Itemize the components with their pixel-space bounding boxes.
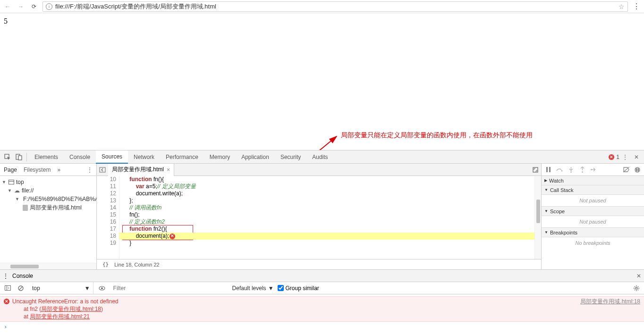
group-similar-checkbox[interactable]: Group similar [278, 285, 319, 292]
sources-main: 局部变量作用域.html × 10111213141516171819 func… [97, 164, 541, 269]
step-over-button[interactable] [555, 165, 564, 175]
editor-status-bar: {} Line 18, Column 22 [97, 259, 541, 269]
context-selector[interactable]: top▼ [29, 282, 93, 294]
console-sidebar-toggle[interactable] [3, 284, 12, 293]
console-close-button[interactable]: ✕ [636, 273, 641, 279]
browser-menu-button[interactable]: ⋮ [632, 2, 641, 11]
clear-console-button[interactable] [16, 284, 25, 293]
page-output: 5 [4, 17, 640, 25]
sidebar-hscrollbar[interactable] [0, 263, 96, 269]
deactivate-breakpoints-button[interactable] [621, 165, 631, 175]
file-tab-active[interactable]: 局部变量作用域.html × [108, 164, 174, 176]
console-settings-button[interactable] [632, 284, 641, 293]
code-line-13: }; [119, 197, 534, 204]
line-gutter: 10111213141516171819 [97, 176, 119, 259]
error-count-number: 1 [616, 154, 619, 160]
log-levels-selector[interactable]: Default levels ▼ [232, 285, 274, 292]
devtools-tab-security[interactable]: Security [275, 150, 306, 164]
callstack-header[interactable]: ▼Call Stack [542, 185, 644, 195]
console-title: Console [12, 273, 33, 279]
console-filter-input[interactable] [110, 284, 229, 292]
sources-panel: Page Filesystem » ⋮ ▼top ▼☁file:// ▼F:/%… [0, 164, 644, 269]
pause-on-exceptions-button[interactable] [633, 165, 642, 175]
devtools-tab-network[interactable]: Network [128, 150, 160, 164]
devtools-tab-console[interactable]: Console [64, 150, 96, 164]
svg-point-22 [636, 287, 637, 289]
error-count[interactable]: ✕ 1 [609, 154, 619, 160]
devtools-close-button[interactable]: ✕ [631, 151, 642, 163]
scope-body: Not paused [542, 216, 644, 228]
svg-rect-6 [546, 167, 548, 172]
file-icon [23, 205, 28, 211]
live-expression-button[interactable] [97, 284, 107, 293]
cursor-position: Line 18, Column 22 [114, 262, 159, 267]
back-button[interactable]: ← [3, 2, 12, 11]
sidebar-tab-filesystem[interactable]: Filesystem [24, 167, 51, 173]
address-bar[interactable]: i file:///F:/前端/JavaScript/变量的作用域/局部变量作用… [42, 1, 628, 12]
code-editor[interactable]: 10111213141516171819 function fn(){ var … [97, 176, 541, 259]
maximize-icon[interactable] [530, 167, 541, 173]
error-source-link[interactable]: 局部变量作用域.html:18 [580, 298, 640, 305]
pause-button[interactable] [543, 165, 553, 175]
tree-file[interactable]: 局部变量作用域.html [0, 203, 96, 212]
svg-line-19 [19, 286, 23, 290]
tree-top[interactable]: ▼top [0, 178, 96, 186]
console-error-row: ✕ Uncaught ReferenceError: a is not defi… [0, 296, 644, 322]
svg-point-21 [101, 287, 103, 289]
step-into-button[interactable] [566, 165, 576, 175]
devtools-tabs: ElementsConsoleSourcesNetworkPerformance… [0, 150, 644, 164]
devtools-tab-sources[interactable]: Sources [96, 150, 128, 164]
console-header: ⋮ Console ✕ [0, 270, 644, 282]
error-icon: ✕ [4, 299, 9, 304]
svg-point-9 [570, 171, 572, 173]
reload-button[interactable]: ⟳ [29, 2, 39, 11]
code-line-10: function fn(){ [119, 176, 534, 183]
error-badge-icon: ✕ [609, 154, 614, 160]
scope-header[interactable]: ▼Scope [542, 207, 644, 216]
code-line-18: document(a);✕ [119, 233, 534, 240]
tree-origin[interactable]: ▼☁file:// [0, 186, 96, 195]
sidebar-tab-more[interactable]: » [57, 167, 60, 173]
svg-rect-16 [5, 286, 10, 291]
console-prompt[interactable]: › [0, 322, 644, 332]
svg-point-8 [561, 170, 563, 172]
window-icon [8, 180, 14, 184]
watch-header[interactable]: ▶Watch [542, 176, 644, 185]
code-line-16: // 定义函数fn2 [119, 218, 534, 225]
step-out-button[interactable] [577, 165, 587, 175]
sources-sidebar: Page Filesystem » ⋮ ▼top ▼☁file:// ▼F:/%… [0, 164, 97, 269]
code-vscrollbar[interactable] [534, 176, 541, 259]
svg-point-11 [591, 169, 592, 170]
device-toggle-icon[interactable] [13, 151, 25, 163]
callstack-body: Not paused [542, 195, 644, 207]
svg-rect-7 [549, 167, 551, 172]
devtools-tab-audits[interactable]: Audits [306, 150, 333, 164]
code-line-15: fn(); [119, 211, 534, 218]
info-icon: i [46, 3, 52, 10]
console-messages: ✕ Uncaught ReferenceError: a is not defi… [0, 294, 644, 334]
devtools-tab-memory[interactable]: Memory [204, 150, 236, 164]
annotation-text: 局部变量只能在定义局部变量的函数内使用，在函数外部不能使用 [341, 131, 533, 140]
pretty-print-icon[interactable]: {} [102, 261, 109, 267]
error-stack-link-1[interactable]: 局部变量作用域.html:18 [41, 306, 101, 312]
console-menu-icon[interactable]: ⋮ [3, 273, 8, 279]
file-tab-close[interactable]: × [167, 167, 170, 173]
sidebar-tab-menu[interactable]: ⋮ [87, 167, 93, 173]
devtools-tab-elements[interactable]: Elements [29, 150, 64, 164]
sidebar-tab-page[interactable]: Page [4, 167, 17, 173]
file-tab-prev[interactable] [97, 167, 108, 173]
sources-sidebar-tabs: Page Filesystem » ⋮ [0, 164, 96, 176]
devtools-tab-performance[interactable]: Performance [160, 150, 204, 164]
console-drawer: ⋮ Console ✕ top▼ Default levels ▼ Group … [0, 269, 644, 334]
step-button[interactable] [589, 165, 598, 175]
tree-folder[interactable]: ▼F:/%E5%89%8D%E7%AB%AF/Ja [0, 195, 96, 203]
file-tab-bar: 局部变量作用域.html × [97, 164, 541, 176]
breakpoints-header[interactable]: ▼Breakpoints [542, 228, 644, 237]
bookmark-star-icon[interactable]: ☆ [619, 3, 625, 10]
error-stack-link-2[interactable]: 局部变量作用域.html:21 [30, 313, 90, 320]
devtools-tab-application[interactable]: Application [236, 150, 275, 164]
svg-rect-15 [638, 168, 639, 171]
forward-button[interactable]: → [16, 2, 25, 11]
devtools-menu-button[interactable]: ⋮ [619, 151, 631, 163]
inspect-element-icon[interactable] [2, 151, 13, 163]
